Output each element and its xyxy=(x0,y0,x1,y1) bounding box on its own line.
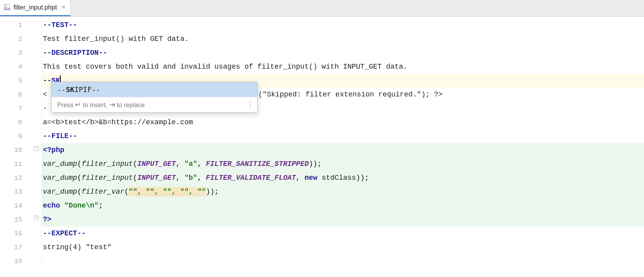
fold-strip xyxy=(32,17,42,268)
line-number: 13 xyxy=(0,185,32,199)
section-test: --TEST-- xyxy=(43,21,77,29)
line-number: 7 xyxy=(0,102,32,115)
line-number: 10 xyxy=(0,143,32,157)
code-text: This test covers both valid and invalid … xyxy=(43,63,407,71)
fold-toggle-icon[interactable] xyxy=(34,215,39,220)
section-file: --FILE-- xyxy=(43,132,77,140)
close-icon[interactable]: × xyxy=(62,4,66,11)
code-text: Test filter_input() with GET data. xyxy=(43,35,189,43)
line-number: 8 xyxy=(0,115,32,129)
line-number: 1 xyxy=(0,18,32,32)
completion-popup: --SKIPIF-- Press ↵ to insert, ⇥ to repla… xyxy=(51,82,258,113)
line-number: 17 xyxy=(0,240,32,254)
tab-bar: PHP filter_input.phpt × xyxy=(0,0,644,17)
line-number: 4 xyxy=(0,60,32,74)
editor: 1 2 3 4 5 6 7 8 9 10 11 12 13 14 15 16 1… xyxy=(0,17,644,268)
completion-hint: Press ↵ to insert, ⇥ to replace ⋮ xyxy=(52,97,257,112)
line-number: 18 xyxy=(0,254,32,268)
code-text: - xyxy=(43,104,47,112)
tab-key-icon: ⇥ xyxy=(109,101,115,109)
line-number: 6 xyxy=(0,88,32,102)
line-number: 5 xyxy=(0,74,32,88)
line-number: 11 xyxy=(0,157,32,171)
line-number: 14 xyxy=(0,199,32,213)
section-description: --DESCRIPTION-- xyxy=(43,49,107,57)
warning-highlight: "", "", "", "", "" xyxy=(129,187,206,196)
php-open-tag: <?php xyxy=(43,146,64,154)
fold-toggle-icon[interactable] xyxy=(34,146,39,151)
line-number: 2 xyxy=(0,32,32,46)
php-close-tag: ?> xyxy=(43,215,52,223)
editor-tab[interactable]: PHP filter_input.phpt × xyxy=(0,0,71,16)
tab-label: filter_input.phpt xyxy=(13,4,57,11)
php-file-icon: PHP xyxy=(3,4,11,12)
section-expect: --EXPECT-- xyxy=(43,229,86,237)
line-number: 16 xyxy=(0,227,32,240)
line-number: 15 xyxy=(0,213,32,227)
code-area[interactable]: --TEST-- Test filter_input() with GET da… xyxy=(42,17,644,268)
code-text: string(4) "test" xyxy=(43,243,112,251)
kebab-menu-icon[interactable]: ⋮ xyxy=(247,100,253,109)
completion-item[interactable]: --SKIPIF-- xyxy=(52,82,257,97)
enter-key-icon: ↵ xyxy=(75,101,81,109)
line-number: 9 xyxy=(0,129,32,143)
code-text: a=<b>test</b>&b=https://example.com xyxy=(43,118,193,126)
line-gutter: 1 2 3 4 5 6 7 8 9 10 11 12 13 14 15 16 1… xyxy=(0,17,32,268)
line-number: 12 xyxy=(0,171,32,185)
line-number: 3 xyxy=(0,46,32,60)
code-text: < xyxy=(43,90,47,98)
code-text: ie("Skipped: filter extension required."… xyxy=(250,90,443,98)
